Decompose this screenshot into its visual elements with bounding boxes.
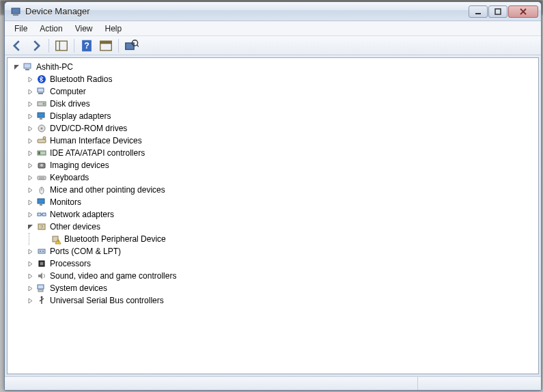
tree-item-label: Mice and other pointing devices	[50, 184, 165, 196]
tree-item[interactable]: Keyboards	[24, 171, 538, 184]
tree-item-label: Display adapters	[50, 110, 111, 122]
tree-root[interactable]: Ashith-PC	[10, 61, 538, 73]
expand-icon[interactable]	[25, 271, 35, 281]
expand-icon[interactable]	[25, 247, 35, 256]
tree-item-label: Computer	[50, 85, 86, 98]
expand-icon[interactable]	[25, 99, 35, 109]
close-button[interactable]	[508, 5, 538, 18]
tree-item[interactable]: Bluetooth Radios	[24, 73, 538, 85]
pc-icon	[23, 61, 33, 72]
warning-icon: !	[51, 234, 61, 244]
keyboard-icon	[36, 172, 47, 183]
toolbar-separator	[48, 39, 49, 53]
expand-icon[interactable]	[25, 283, 35, 293]
expand-icon[interactable]	[25, 87, 35, 96]
svg-rect-1	[13, 14, 18, 16]
tree-item[interactable]: DVD/CD-ROM drives	[24, 122, 538, 135]
tree-item[interactable]: Computer	[24, 85, 538, 98]
svg-rect-38	[42, 213, 46, 216]
expand-icon[interactable]	[25, 74, 35, 84]
toolbar: ?	[5, 36, 541, 55]
tree-item-label: Bluetooth Radios	[50, 73, 112, 85]
maximize-button[interactable]	[488, 5, 507, 18]
tree-item-label: Bluetooth Peripheral Device	[64, 233, 166, 245]
tree-item[interactable]: Universal Serial Bus controllers	[24, 294, 538, 307]
tree-content[interactable]: Ashith-PCBluetooth RadiosComputerDisk dr…	[7, 57, 539, 374]
tree-item-label: Disk drives	[50, 98, 90, 110]
toolbar-separator	[74, 39, 74, 53]
minimize-button[interactable]	[469, 5, 488, 18]
tree-item[interactable]: Disk drives	[24, 98, 538, 110]
collapse-icon[interactable]	[12, 62, 21, 72]
svg-rect-20	[38, 113, 44, 117]
tree-item-label: Monitors	[50, 196, 81, 208]
other-icon: ?	[36, 221, 47, 232]
svg-line-12	[137, 44, 139, 46]
menu-file[interactable]: File	[9, 23, 33, 35]
svg-rect-52	[38, 290, 43, 292]
svg-text:?: ?	[40, 224, 44, 230]
tree-item[interactable]: Network adapters	[24, 208, 538, 221]
svg-rect-49	[40, 262, 43, 265]
tree-item-label: Other devices	[50, 221, 100, 233]
expand-icon[interactable]	[25, 148, 35, 158]
usb-icon	[36, 295, 47, 306]
svg-rect-24	[38, 139, 46, 143]
app-icon	[10, 6, 21, 17]
expand-icon[interactable]	[25, 296, 35, 305]
expand-icon[interactable]	[25, 111, 35, 121]
menu-help[interactable]: Help	[100, 23, 128, 35]
help-toolbar-button[interactable]: ?	[79, 38, 95, 53]
forward-button[interactable]	[28, 38, 44, 53]
tree-item[interactable]: !Bluetooth Peripheral Device	[38, 233, 538, 245]
expand-icon[interactable]	[25, 160, 35, 170]
tree-item-label: IDE ATA/ATAPI controllers	[50, 147, 145, 159]
expand-icon[interactable]	[25, 259, 35, 268]
svg-point-19	[43, 103, 45, 105]
svg-rect-17	[38, 93, 43, 94]
expand-icon[interactable]	[25, 124, 35, 133]
collapse-icon[interactable]	[25, 222, 35, 232]
menu-action[interactable]: Action	[34, 23, 68, 35]
tree-item[interactable]: Human Interface Devices	[24, 135, 538, 147]
network-icon	[36, 209, 47, 220]
tree-item[interactable]: Ports (COM & LPT)	[24, 245, 538, 257]
menu-view[interactable]: View	[70, 23, 98, 35]
svg-rect-0	[12, 8, 20, 14]
svg-rect-3	[495, 9, 501, 14]
properties-toolbar-button[interactable]	[98, 38, 114, 53]
processor-icon	[36, 258, 47, 269]
expand-icon[interactable]	[25, 210, 35, 219]
expand-icon[interactable]	[25, 197, 35, 207]
svg-rect-4	[56, 41, 68, 51]
menubar: File Action View Help	[5, 21, 541, 36]
svg-rect-35	[38, 199, 44, 204]
tree-item-label: Ports (COM & LPT)	[50, 245, 121, 257]
tree-item[interactable]: ?Other devices	[24, 221, 538, 233]
tree-item[interactable]: Processors	[24, 257, 538, 270]
scan-hardware-button[interactable]	[123, 38, 139, 53]
tree-item[interactable]: Monitors	[24, 196, 538, 208]
svg-rect-2	[475, 13, 481, 14]
expand-icon[interactable]	[25, 136, 35, 145]
window-title: Device Manager	[25, 6, 468, 16]
disk-icon	[36, 98, 47, 109]
titlebar[interactable]: Device Manager	[5, 2, 541, 21]
svg-text:?: ?	[84, 41, 89, 51]
tree-item-label: System devices	[50, 282, 107, 294]
expand-icon[interactable]	[25, 173, 35, 182]
tree-item[interactable]: Imaging devices	[24, 159, 538, 171]
tree-item[interactable]: Mice and other pointing devices	[24, 184, 538, 196]
show-hide-console-tree-button[interactable]	[53, 38, 70, 53]
tree-item[interactable]: IDE ATA/ATAPI controllers	[24, 147, 538, 159]
tree-item-label: Universal Serial Bus controllers	[50, 294, 164, 307]
back-button[interactable]	[9, 38, 25, 53]
tree-item[interactable]: Display adapters	[24, 110, 538, 122]
tree-item-label: Imaging devices	[50, 159, 109, 171]
svg-point-29	[40, 164, 43, 167]
tree-item[interactable]: System devices	[24, 282, 538, 294]
tree-item[interactable]: Sound, video and game controllers	[24, 270, 538, 282]
status-cell	[418, 377, 541, 390]
expand-icon[interactable]	[25, 185, 35, 195]
ide-icon	[36, 148, 47, 158]
